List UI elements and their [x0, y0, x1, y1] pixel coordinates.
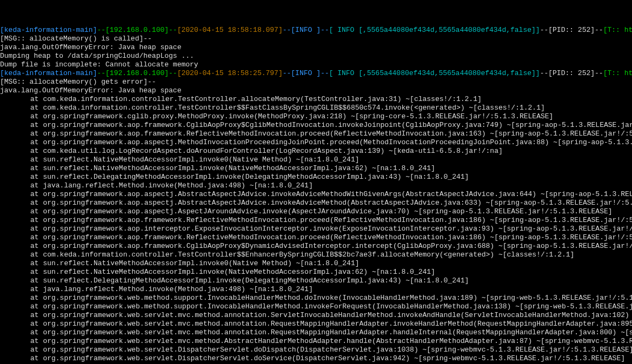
- log-dump-1: Dump file is incomplete: Cannot allocate…: [0, 60, 632, 69]
- stack-frame: at org.springframework.web.servlet.Dispa…: [0, 354, 632, 363]
- stack-frame: at org.springframework.cglib.proxy.Metho…: [0, 112, 632, 121]
- log-error-0: java.lang.OutOfMemoryError: Java heap sp…: [0, 43, 632, 52]
- stack-frame-text: at org.springframework.aop.interceptor.E…: [0, 225, 632, 233]
- stack-frame: at org.springframework.web.servlet.mvc.m…: [0, 320, 632, 328]
- stack-frame: at sun.reflect.DelegatingMethodAccessorI…: [0, 173, 632, 181]
- stack-frame: at org.springframework.aop.aspectj.Metho…: [0, 138, 632, 147]
- stack-frame: at sun.reflect.NativeMethodAccessorImpl.…: [0, 268, 632, 277]
- stack-frame: at java.lang.reflect.Method.invoke(Metho…: [0, 285, 632, 294]
- stack-frame: at org.springframework.web.servlet.Dispa…: [0, 346, 632, 354]
- stack-frame-text: at com.keda.information.controller.TestC…: [0, 104, 545, 112]
- stack-frame-text: at com.keda.information.controller.TestC…: [0, 251, 574, 259]
- log-error-1: java.lang.OutOfMemoryError: Java heap sp…: [0, 86, 632, 95]
- stack-frame: at sun.reflect.NativeMethodAccessorImpl.…: [0, 259, 632, 268]
- stack-frame: at org.springframework.aop.framework.Ref…: [0, 130, 632, 138]
- stack-frame: at com.keda.information.controller.TestC…: [0, 95, 632, 104]
- stack-frame: at sun.reflect.NativeMethodAccessorImpl.…: [0, 156, 632, 164]
- stack-frame: at sun.reflect.DelegatingMethodAccessorI…: [0, 277, 632, 285]
- stack-frame-text: at org.springframework.aop.framework.Cgl…: [0, 121, 632, 130]
- stack-frame-text: at org.springframework.cglib.proxy.Metho…: [0, 112, 553, 121]
- log-msg-0: [MSG:: allocateMemory() is called]--: [0, 35, 632, 43]
- stack-frame-text: at java.lang.reflect.Method.invoke(Metho…: [0, 181, 313, 190]
- stack-frame: at org.springframework.aop.framework.Ref…: [0, 233, 632, 242]
- stack-frame-text: at org.springframework.aop.framework.Ref…: [0, 216, 632, 225]
- stack-frame: at org.springframework.web.servlet.mvc.m…: [0, 337, 632, 346]
- stack-frame: at java.lang.reflect.Method.invoke(Metho…: [0, 181, 632, 190]
- stack-frame-text: at org.springframework.aop.framework.Ref…: [0, 130, 632, 138]
- stack-frame: at org.springframework.web.servlet.mvc.m…: [0, 328, 632, 337]
- stack-frame-text: at sun.reflect.DelegatingMethodAccessorI…: [0, 173, 469, 181]
- stack-frame: at org.springframework.aop.framework.Ref…: [0, 216, 632, 225]
- log-header-1: [keda-information-main]--[192.168.0.100]…: [0, 69, 632, 78]
- stack-frame-text: at org.springframework.web.method.suppor…: [0, 294, 632, 302]
- stack-frame: at com.keda.information.controller.TestC…: [0, 251, 632, 259]
- stack-frame-text: at sun.reflect.NativeMethodAccessorImpl.…: [0, 259, 360, 268]
- stack-frame-text: at org.springframework.web.servlet.Dispa…: [0, 346, 632, 354]
- stack-frame: at sun.reflect.NativeMethodAccessorImpl.…: [0, 164, 632, 173]
- stack-frame-text: at sun.reflect.NativeMethodAccessorImpl.…: [0, 164, 435, 173]
- stack-frame-text: at sun.reflect.NativeMethodAccessorImpl.…: [0, 268, 435, 277]
- stack-frame-text: at org.springframework.aop.framework.Ref…: [0, 233, 632, 242]
- stack-frame-text: at org.springframework.aop.aspectj.Abstr…: [0, 190, 632, 199]
- stack-frame: at org.springframework.web.method.suppor…: [0, 302, 632, 311]
- stack-frame-text: at org.springframework.web.servlet.mvc.m…: [0, 337, 632, 346]
- stack-frame-text: at com.keda.information.controller.TestC…: [0, 95, 482, 104]
- stack-frame: at org.springframework.aop.aspectj.Abstr…: [0, 199, 632, 207]
- log-dump-0: Dumping heap to /data/springCloud/heapLo…: [0, 52, 632, 60]
- stack-frame: at org.springframework.web.servlet.mvc.m…: [0, 311, 632, 320]
- stack-frame: at org.springframework.aop.framework.Cgl…: [0, 242, 632, 251]
- log-header-0: [keda-information-main]--[192.168.0.100]…: [0, 26, 632, 35]
- stack-frame-text: at sun.reflect.DelegatingMethodAccessorI…: [0, 277, 469, 285]
- stack-frame: at org.springframework.aop.framework.Cgl…: [0, 121, 632, 130]
- stack-frame-text: at java.lang.reflect.Method.invoke(Metho…: [0, 285, 313, 294]
- stack-frame: at com.keda.util.log.LogRecordAspect.doA…: [0, 147, 632, 156]
- stack-frame-text: at org.springframework.web.servlet.mvc.m…: [0, 311, 632, 320]
- stack-frame-text: at org.springframework.web.servlet.mvc.m…: [0, 320, 632, 328]
- stack-frame: at org.springframework.aop.interceptor.E…: [0, 225, 632, 233]
- stack-frame-text: at org.springframework.aop.aspectj.Abstr…: [0, 199, 632, 207]
- log-output: [keda-information-main]--[192.168.0.100]…: [0, 26, 632, 364]
- stack-frame: at org.springframework.aop.aspectj.Abstr…: [0, 190, 632, 199]
- stack-frame-text: at sun.reflect.NativeMethodAccessorImpl.…: [0, 156, 360, 164]
- stack-frame-text: at com.keda.util.log.LogRecordAspect.doA…: [0, 147, 503, 156]
- stack-frame: at org.springframework.web.method.suppor…: [0, 294, 632, 302]
- stack-frame-text: at org.springframework.web.method.suppor…: [0, 302, 632, 311]
- log-msg-1: [MSG:: allocateMemory() gets error]--: [0, 78, 632, 86]
- stack-frame: at org.springframework.aop.aspectj.Aspec…: [0, 207, 632, 216]
- stack-frame-text: at org.springframework.aop.framework.Cgl…: [0, 242, 632, 251]
- stack-frame-text: at org.springframework.aop.aspectj.Metho…: [0, 138, 632, 147]
- stack-frame-text: at org.springframework.aop.aspectj.Aspec…: [0, 207, 613, 216]
- stack-frame-text: at org.springframework.web.servlet.Dispa…: [0, 354, 625, 363]
- stack-frame: at com.keda.information.controller.TestC…: [0, 104, 632, 112]
- stack-frame-text: at org.springframework.web.servlet.mvc.m…: [0, 328, 632, 337]
